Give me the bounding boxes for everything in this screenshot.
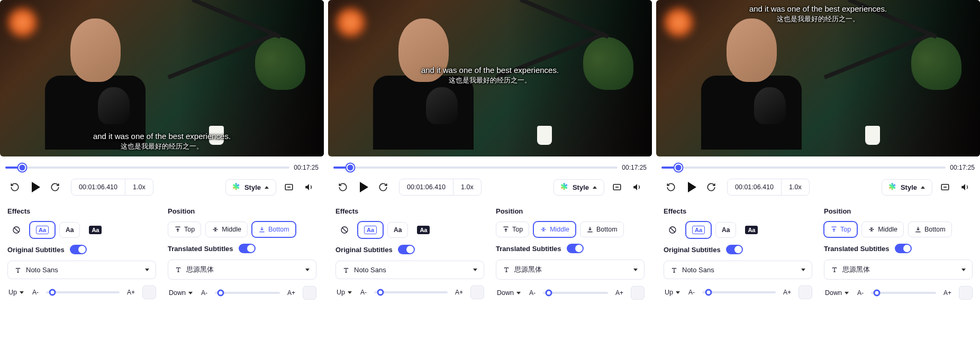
effect-plain-button[interactable]: Aa	[387, 222, 408, 238]
original-font-select[interactable]: Noto Sans	[335, 261, 484, 279]
fullscreen-button[interactable]	[610, 180, 624, 195]
translated-size-decrease[interactable]: A-	[527, 288, 538, 298]
volume-button[interactable]	[630, 180, 645, 195]
effect-outline-button[interactable]: Aa	[686, 221, 711, 238]
seek-bar[interactable]	[5, 167, 289, 169]
translated-size-increase[interactable]: A+	[613, 288, 625, 298]
slider-knob[interactable]	[874, 290, 881, 297]
original-subtitles-toggle[interactable]	[726, 245, 743, 254]
effect-outline-button[interactable]: Aa	[30, 221, 55, 238]
style-dropdown[interactable]: Style	[882, 179, 932, 196]
current-time[interactable]: 00:01:06.410	[400, 179, 453, 195]
forward-button[interactable]	[48, 180, 62, 195]
video-preview[interactable]: and it was one of the best experiences.这…	[0, 0, 324, 156]
rewind-button[interactable]	[7, 180, 22, 195]
video-preview[interactable]: and it was one of the best experiences.这…	[656, 0, 980, 156]
rewind-button[interactable]	[335, 180, 350, 195]
original-offset-select[interactable]: Up	[7, 287, 25, 298]
speed-button[interactable]: 1.0x	[453, 179, 481, 195]
play-button[interactable]	[28, 180, 42, 195]
video-preview[interactable]: and it was one of the best experiences.这…	[328, 0, 652, 156]
translated-font-select[interactable]: 思源黑体	[496, 260, 645, 280]
position-bottom-button[interactable]: Bottom	[252, 221, 296, 237]
seek-bar[interactable]	[333, 167, 618, 169]
translated-color-swatch[interactable]	[303, 286, 316, 300]
slider-knob[interactable]	[49, 289, 56, 296]
translated-subtitles-toggle[interactable]	[895, 244, 912, 253]
translated-size-slider[interactable]	[543, 292, 608, 294]
original-size-decrease[interactable]: A-	[358, 288, 369, 297]
effect-none-button[interactable]	[664, 222, 682, 238]
volume-button[interactable]	[958, 180, 973, 195]
translated-offset-select[interactable]: Down	[168, 287, 194, 299]
translated-size-decrease[interactable]: A-	[855, 288, 866, 298]
original-color-swatch[interactable]	[142, 285, 156, 299]
position-bottom-button[interactable]: Bottom	[580, 221, 624, 237]
original-size-slider[interactable]	[374, 291, 448, 293]
translated-subtitles-toggle[interactable]	[239, 244, 256, 253]
original-size-slider[interactable]	[46, 291, 120, 293]
original-size-slider[interactable]	[702, 291, 776, 293]
translated-color-swatch[interactable]	[631, 286, 645, 300]
translated-size-slider[interactable]	[215, 292, 280, 294]
play-button[interactable]	[684, 180, 698, 195]
volume-button[interactable]	[302, 180, 316, 195]
position-top-button[interactable]: Top	[824, 221, 857, 237]
current-time[interactable]: 00:01:06.410	[728, 179, 782, 195]
original-color-swatch[interactable]	[798, 285, 812, 299]
slider-knob[interactable]	[217, 290, 224, 297]
original-font-select[interactable]: Noto Sans	[664, 261, 812, 279]
seek-knob[interactable]	[675, 164, 683, 172]
translated-color-swatch[interactable]	[959, 286, 973, 300]
effect-background-button[interactable]: Aa	[740, 222, 763, 238]
seek-knob[interactable]	[19, 164, 26, 172]
original-offset-select[interactable]: Up	[335, 287, 353, 298]
position-top-button[interactable]: Top	[496, 221, 529, 237]
effect-plain-button[interactable]: Aa	[715, 222, 736, 238]
position-top-button[interactable]: Top	[168, 221, 201, 237]
position-middle-button[interactable]: Middle	[861, 221, 904, 237]
position-bottom-button[interactable]: Bottom	[908, 221, 952, 237]
original-subtitles-toggle[interactable]	[70, 245, 87, 254]
fullscreen-button[interactable]	[282, 180, 296, 195]
slider-knob[interactable]	[377, 289, 384, 296]
position-middle-button[interactable]: Middle	[533, 221, 576, 237]
position-middle-button[interactable]: Middle	[205, 221, 248, 237]
slider-knob[interactable]	[546, 290, 552, 297]
fullscreen-button[interactable]	[938, 180, 952, 195]
translated-font-select[interactable]: 思源黑体	[824, 260, 973, 280]
translated-subtitles-toggle[interactable]	[567, 244, 584, 253]
original-subtitles-toggle[interactable]	[398, 245, 415, 254]
original-color-swatch[interactable]	[470, 285, 484, 299]
effect-background-button[interactable]: Aa	[84, 222, 106, 238]
speed-button[interactable]: 1.0x	[125, 179, 153, 195]
translated-size-increase[interactable]: A+	[285, 288, 297, 298]
forward-button[interactable]	[704, 180, 719, 195]
translated-offset-select[interactable]: Down	[496, 287, 522, 299]
seek-bar[interactable]	[661, 167, 946, 169]
translated-size-slider[interactable]	[871, 292, 936, 294]
original-font-select[interactable]: Noto Sans	[7, 261, 156, 279]
translated-offset-select[interactable]: Down	[824, 287, 850, 299]
effect-background-button[interactable]: Aa	[412, 222, 434, 238]
current-time[interactable]: 00:01:06.410	[71, 179, 125, 195]
effect-outline-button[interactable]: Aa	[358, 221, 383, 238]
play-button[interactable]	[356, 180, 370, 195]
seek-knob[interactable]	[347, 164, 355, 172]
speed-button[interactable]: 1.0x	[782, 179, 809, 195]
slider-knob[interactable]	[705, 289, 712, 296]
original-offset-select[interactable]: Up	[664, 287, 681, 298]
original-size-decrease[interactable]: A-	[686, 288, 697, 297]
effect-none-button[interactable]	[335, 222, 353, 238]
translated-font-select[interactable]: 思源黑体	[168, 260, 316, 280]
original-size-increase[interactable]: A+	[453, 288, 465, 297]
original-size-decrease[interactable]: A-	[30, 288, 41, 297]
translated-size-decrease[interactable]: A-	[199, 288, 210, 298]
style-dropdown[interactable]: Style	[225, 179, 276, 196]
translated-size-increase[interactable]: A+	[941, 288, 954, 298]
style-dropdown[interactable]: Style	[553, 179, 604, 196]
effect-none-button[interactable]	[7, 222, 25, 238]
rewind-button[interactable]	[664, 180, 678, 195]
effect-plain-button[interactable]: Aa	[59, 222, 80, 238]
original-size-increase[interactable]: A+	[781, 288, 793, 297]
